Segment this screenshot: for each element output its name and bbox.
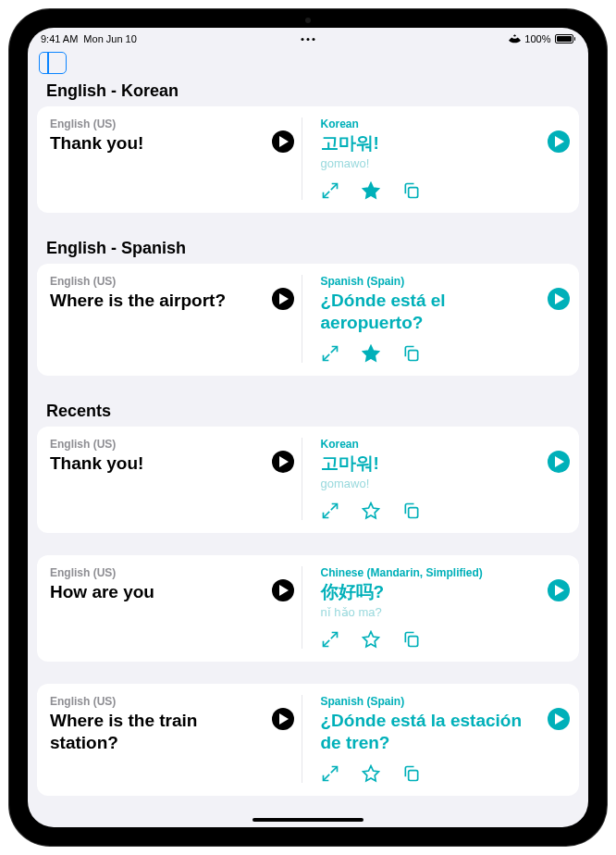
screen: 9:41 AM Mon Jun 10 100% English - Korean… (28, 28, 588, 827)
action-row (321, 764, 536, 783)
sidebar-toggle-button[interactable] (39, 52, 67, 74)
expand-icon[interactable] (321, 344, 339, 363)
status-bar: 9:41 AM Mon Jun 10 100% (28, 28, 588, 46)
translation-card[interactable]: English (US) How are you Chinese (Mandar… (37, 555, 579, 662)
source-lang-label: English (US) (50, 566, 265, 579)
expand-icon[interactable] (321, 764, 339, 783)
status-date: Mon Jun 10 (83, 33, 136, 44)
play-source-button[interactable] (272, 451, 294, 473)
target-text: 고마워! (321, 452, 536, 475)
play-source-button[interactable] (272, 708, 294, 730)
action-row (321, 181, 536, 200)
target-lang-label: Chinese (Mandarin, Simplified) (321, 566, 536, 579)
wifi-icon (509, 34, 521, 43)
play-target-button[interactable] (548, 130, 570, 153)
svg-rect-4 (408, 771, 417, 781)
favorite-icon[interactable] (362, 344, 380, 363)
battery-icon (555, 34, 576, 43)
target-text: 고마워! (321, 132, 536, 155)
play-target-button[interactable] (548, 579, 570, 601)
content-area: English - Korean English (US) Thank you!… (28, 78, 588, 827)
camera-notch (305, 18, 311, 23)
multitask-dots[interactable] (302, 38, 315, 41)
romanization-text: gomawo! (321, 477, 536, 490)
source-lang-label: English (US) (50, 275, 265, 288)
copy-icon[interactable] (402, 764, 421, 783)
status-time: 9:41 AM (41, 33, 78, 44)
copy-icon[interactable] (402, 344, 421, 363)
source-lang-label: English (US) (50, 438, 265, 451)
target-lang-label: Korean (321, 118, 536, 130)
svg-rect-2 (408, 508, 417, 518)
source-lang-label: English (US) (50, 118, 265, 130)
source-text: Thank you! (50, 452, 265, 475)
play-source-button[interactable] (272, 288, 294, 310)
play-target-button[interactable] (548, 288, 570, 310)
svg-rect-1 (408, 351, 417, 361)
action-row (321, 630, 536, 649)
copy-icon[interactable] (402, 630, 421, 649)
svg-rect-3 (408, 636, 417, 646)
favorite-icon[interactable] (362, 764, 380, 783)
section-header: Recents (37, 398, 579, 427)
play-source-button[interactable] (272, 579, 294, 601)
source-lang-label: English (US) (50, 695, 265, 708)
target-lang-label: Korean (321, 438, 536, 451)
copy-icon[interactable] (402, 502, 421, 520)
target-text: ¿Dónde está el aeropuerto? (321, 290, 536, 334)
svg-rect-0 (408, 187, 417, 197)
battery-pct: 100% (524, 33, 550, 44)
target-lang-label: Spanish (Spain) (321, 695, 536, 708)
ipad-frame: 9:41 AM Mon Jun 10 100% English - Korean… (9, 9, 607, 846)
translation-card[interactable]: English (US) Where is the train station?… (37, 684, 579, 797)
target-lang-label: Spanish (Spain) (321, 275, 536, 288)
translation-card[interactable]: English (US) Thank you! Korean 고마워! goma… (37, 427, 579, 533)
home-indicator[interactable] (253, 818, 363, 822)
translation-card[interactable]: English (US) Where is the airport? Spani… (37, 264, 579, 377)
romanization-text: nǐ hǎo ma? (321, 605, 536, 619)
expand-icon[interactable] (321, 502, 339, 520)
romanization-text: gomawo! (321, 156, 536, 170)
play-source-button[interactable] (272, 130, 294, 153)
action-row (321, 502, 536, 520)
toolbar (28, 46, 588, 78)
favorite-icon[interactable] (362, 181, 380, 200)
favorite-icon[interactable] (362, 502, 380, 520)
target-text: 你好吗? (321, 581, 536, 603)
favorite-icon[interactable] (362, 630, 380, 649)
section-header: English - Spanish (37, 235, 579, 264)
source-text: How are you (50, 581, 265, 603)
source-text: Thank you! (50, 132, 265, 155)
play-target-button[interactable] (548, 708, 570, 730)
copy-icon[interactable] (402, 181, 421, 200)
translation-card[interactable]: English (US) Thank you! Korean 고마워! goma… (37, 106, 579, 213)
expand-icon[interactable] (321, 181, 339, 200)
target-text: ¿Dónde está la estación de tren? (321, 710, 536, 754)
play-target-button[interactable] (548, 451, 570, 473)
section-header: English - Korean (37, 78, 579, 106)
expand-icon[interactable] (321, 630, 339, 649)
action-row (321, 344, 536, 363)
source-text: Where is the train station? (50, 710, 265, 754)
source-text: Where is the airport? (50, 290, 265, 312)
